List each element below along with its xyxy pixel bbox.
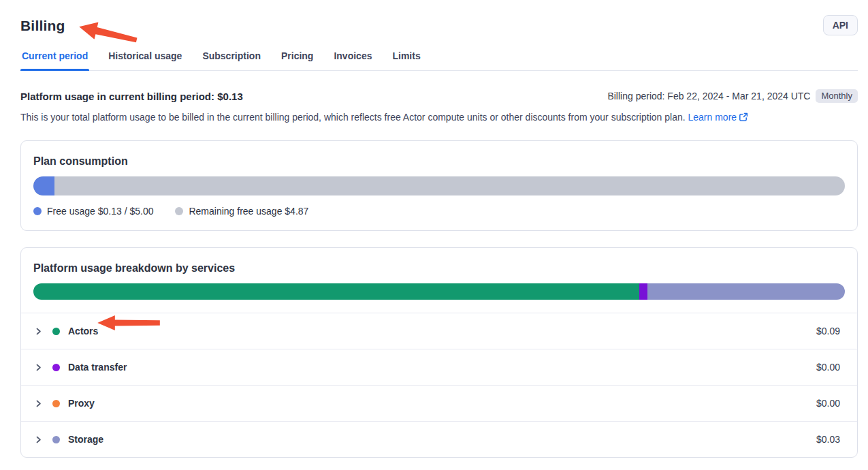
chevron-right-icon xyxy=(34,362,44,372)
tab-current-period[interactable]: Current period xyxy=(20,50,89,70)
storage-dot-icon xyxy=(52,436,60,443)
page-title: Billing xyxy=(20,18,65,34)
service-label: Storage xyxy=(68,434,103,445)
proxy-dot-icon xyxy=(52,400,60,407)
service-label: Actors xyxy=(68,326,98,336)
service-value: $0.00 xyxy=(816,362,840,373)
storage-bar-segment xyxy=(647,283,845,300)
service-row-data-transfer[interactable]: Data transfer $0.00 xyxy=(21,349,857,385)
api-button[interactable]: API xyxy=(823,15,858,35)
learn-more-link[interactable]: Learn more xyxy=(688,112,748,123)
legend-item-remaining-usage: Remaining free usage $4.87 xyxy=(175,206,308,217)
legend-label: Free usage $0.13 / $5.00 xyxy=(47,206,153,217)
free-usage-bar-segment xyxy=(33,176,54,195)
billing-period: Billing period: Feb 22, 2024 - Mar 21, 2… xyxy=(607,89,858,103)
service-value: $0.00 xyxy=(816,398,840,409)
usage-breakdown-bar xyxy=(33,283,845,300)
legend-item-free-usage: Free usage $0.13 / $5.00 xyxy=(33,206,153,217)
service-row-proxy[interactable]: Proxy $0.00 xyxy=(21,385,857,421)
free-usage-dot-icon xyxy=(33,207,42,215)
remaining-usage-dot-icon xyxy=(175,207,183,215)
usage-description-text: This is your total platform usage to be … xyxy=(20,112,686,123)
usage-description: This is your total platform usage to be … xyxy=(20,112,858,124)
service-row-storage[interactable]: Storage $0.03 xyxy=(21,421,857,457)
service-label: Proxy xyxy=(68,398,95,409)
usage-breakdown-title: Platform usage breakdown by services xyxy=(33,262,845,275)
usage-heading: Platform usage in current billing period… xyxy=(20,91,243,102)
plan-consumption-title: Plan consumption xyxy=(33,155,845,168)
plan-consumption-bar xyxy=(33,176,845,195)
usage-summary: Platform usage in current billing period… xyxy=(20,89,858,103)
billing-tabs: Current period Historical usage Subscrip… xyxy=(20,50,858,71)
service-rows: Actors $0.09 Data transfer $0.00 Proxy $… xyxy=(21,313,857,457)
actors-dot-icon xyxy=(52,328,60,335)
billing-page: Billing API Current period Historical us… xyxy=(0,0,868,458)
chevron-right-icon xyxy=(34,326,44,336)
actors-bar-segment xyxy=(33,283,639,300)
tab-pricing[interactable]: Pricing xyxy=(280,50,315,70)
data-transfer-bar-segment xyxy=(639,283,647,300)
plan-consumption-legend: Free usage $0.13 / $5.00 Remaining free … xyxy=(33,206,845,230)
service-row-actors[interactable]: Actors $0.09 xyxy=(21,313,857,349)
billing-period-text: Billing period: Feb 22, 2024 - Mar 21, 2… xyxy=(607,91,810,101)
legend-label: Remaining free usage $4.87 xyxy=(189,206,308,217)
external-link-icon xyxy=(739,112,748,124)
chevron-right-icon xyxy=(34,435,44,444)
tab-limits[interactable]: Limits xyxy=(391,50,421,70)
usage-breakdown-card: Platform usage breakdown by services Act… xyxy=(20,247,858,458)
billing-cycle-badge: Monthly xyxy=(816,89,858,103)
service-value: $0.09 xyxy=(816,326,840,336)
service-value: $0.03 xyxy=(816,434,840,445)
tab-subscription[interactable]: Subscription xyxy=(201,50,262,70)
tab-invoices[interactable]: Invoices xyxy=(332,50,373,70)
service-label: Data transfer xyxy=(68,362,127,373)
tab-historical-usage[interactable]: Historical usage xyxy=(107,50,183,70)
chevron-right-icon xyxy=(34,398,44,408)
data-transfer-dot-icon xyxy=(52,364,60,371)
plan-consumption-card: Plan consumption Free usage $0.13 / $5.0… xyxy=(20,140,858,231)
page-header: Billing API xyxy=(20,18,858,35)
